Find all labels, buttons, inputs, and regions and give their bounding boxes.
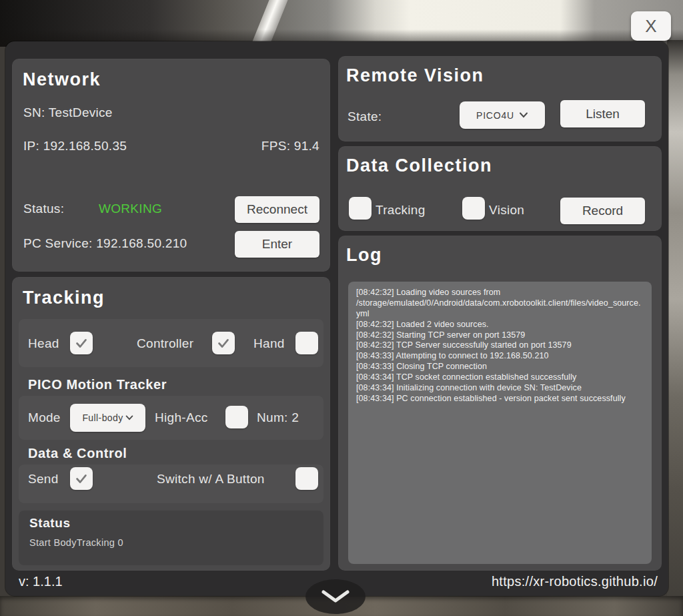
project-url: https://xr-robotics.github.io/ [492,574,658,589]
network-pc-service: PC Service: 192.168.50.210 [23,236,187,251]
network-sn: SN: TestDevice [23,105,113,120]
log-entry: [08:42:32] TCP Server successfully start… [356,340,644,351]
chevron-down-icon [125,415,133,420]
record-button[interactable]: Record [560,198,645,224]
log-entry: [08:43:33] Attempting to connect to 192.… [356,351,644,362]
data-control-heading: Data & Control [28,446,127,461]
head-checkbox[interactable] [70,332,93,354]
collect-tracking-label: Tracking [376,203,426,218]
collect-vision-label: Vision [489,203,524,218]
chevron-down-icon [519,112,528,118]
controller-checkbox[interactable] [212,332,235,354]
controller-label: Controller [137,336,193,351]
checkmark-icon [74,336,89,350]
log-entry: [08:43:34] PC connection established - v… [356,394,644,404]
network-ip: IP: 192.168.50.35 [23,139,127,153]
tracking-title: Tracking [23,288,105,308]
reconnect-button[interactable]: Reconnect [235,196,319,223]
collect-vision-checkbox[interactable] [462,197,485,220]
record-button-label: Record [582,204,623,218]
tracking-status-box: Status Start BodyTracking 0 [19,511,323,565]
remote-vision-title: Remote Vision [346,65,484,86]
num-label: Num: 2 [257,410,299,425]
hand-label: Hand [253,336,285,351]
listen-button[interactable]: Listen [560,100,645,127]
log-entry: [08:42:32] Loaded 2 video sources. [356,320,644,330]
data-collection-panel: Data Collection Tracking Vision Record [338,146,662,231]
mode-label: Mode [28,410,61,425]
state-label: State: [348,109,382,124]
main-window: Network SN: TestDevice IP: 192.168.50.35… [5,41,668,596]
network-panel: Network SN: TestDevice IP: 192.168.50.35… [12,59,330,272]
close-icon: X [645,16,656,37]
chevron-down-icon [320,589,351,604]
switch-a-button-checkbox[interactable] [295,467,318,490]
log-entry: [08:42:32] Loading video sources from /s… [356,288,644,320]
remote-vision-panel: Remote Vision State: PICO4U Listen [338,56,662,141]
hand-checkbox[interactable] [295,332,318,354]
log-entry: [08:43:33] Closing TCP connection [356,362,644,372]
log-output[interactable]: [08:42:32] Loading video sources from /s… [348,282,652,564]
network-status-label: Status: [23,202,64,216]
collect-tracking-checkbox[interactable] [349,197,372,220]
version-text: v: 1.1.1 [19,574,63,589]
switch-a-button-label: Switch w/ A Button [157,472,265,487]
collapse-button[interactable] [305,579,366,614]
network-fps: FPS: 91.4 [261,139,319,153]
background-right-photo [667,40,683,616]
mode-dropdown[interactable]: Full-body [70,404,145,432]
log-title: Log [346,245,382,266]
log-panel: Log [08:42:32] Loading video sources fro… [338,236,662,571]
log-entry: [08:42:32] Starting TCP server on port 1… [356,330,644,341]
tracking-status-heading: Status [29,516,71,531]
send-label: Send [28,472,59,487]
listen-button-label: Listen [586,107,620,121]
app-screen: X Network SN: TestDevice IP: 192.168.50.… [0,0,683,616]
data-collection-title: Data Collection [346,156,492,176]
pico-motion-tracker-heading: PICO Motion Tracker [28,377,167,392]
enter-button[interactable]: Enter [235,231,319,258]
send-checkbox[interactable] [70,467,93,490]
network-title: Network [23,69,101,90]
checkmark-icon [216,336,231,350]
device-dropdown-value: PICO4U [476,110,514,121]
head-label: Head [28,336,59,351]
high-acc-label: High-Acc [155,410,207,425]
close-button[interactable]: X [631,11,671,41]
log-entry: [08:43:34] TCP socket connection establi… [356,372,644,383]
high-acc-checkbox[interactable] [225,406,248,428]
reconnect-button-label: Reconnect [247,202,307,217]
checkmark-icon [74,471,89,486]
tracking-status-value: Start BodyTracking 0 [29,537,123,548]
log-entry: [08:43:34] Initializing connection with … [356,383,644,394]
enter-button-label: Enter [262,237,292,252]
tracking-panel: Tracking Head Controller Hand PICO Motio… [12,277,330,571]
device-dropdown[interactable]: PICO4U [460,101,545,129]
mode-dropdown-value: Full-body [82,412,123,423]
network-status-value: WORKING [99,202,162,216]
